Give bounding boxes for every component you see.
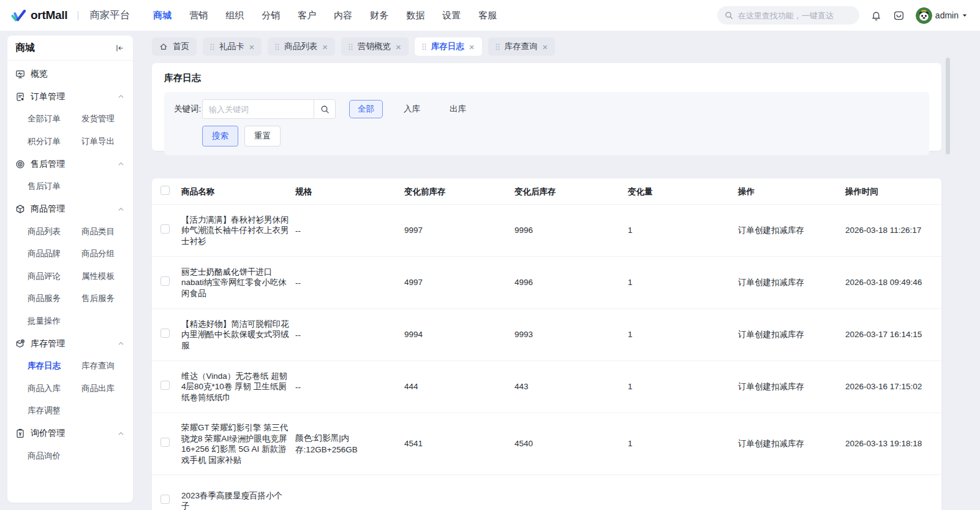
sidebar-subitem[interactable]: 属性模板 [81,265,133,288]
tab-close-icon[interactable]: × [322,42,328,51]
sidebar-subitem[interactable]: 商品服务 [28,287,81,310]
keyword-input[interactable] [202,99,314,119]
global-search[interactable] [717,6,859,25]
sidebar-subitem[interactable]: 商品出库 [81,378,133,400]
drag-handle-icon[interactable] [496,44,500,50]
sidebar-subitem[interactable]: 售后服务 [81,287,133,310]
logo[interactable]: ortMall | 商家平台 [11,9,130,22]
sidebar-subitem[interactable]: 发货管理 [81,108,133,131]
topnav-item[interactable]: 数据 [406,10,424,21]
row-checkbox[interactable] [160,224,170,234]
table-header-row: 商品名称规格变化前库存变化后库存变化量操作操作时间 [152,180,941,204]
topnav-item[interactable]: 财务 [370,10,388,21]
row-checkbox[interactable] [160,495,170,504]
sidebar-group-header[interactable]: 订单管理 [7,85,133,108]
tab-close-icon[interactable]: × [469,42,475,51]
cell-change-amount: 1 [628,277,738,288]
cell-operation-time: 2026-03-13 19:18:18 [845,438,941,449]
filter-type-option[interactable]: 入库 [395,100,429,118]
drag-handle-icon[interactable] [349,44,353,50]
row-checkbox[interactable] [160,438,170,447]
tab-close-icon[interactable]: × [396,42,401,51]
checkbox-cell [160,438,181,450]
filter-type-option-active[interactable]: 全部 [349,100,383,118]
tab[interactable]: 商品列表 × [268,37,335,56]
cell-stock-before: 4541 [404,438,514,449]
tab-active[interactable]: 库存日志 × [415,37,482,56]
sidebar-subitem[interactable]: 商品入库 [28,378,81,400]
row-checkbox[interactable] [160,381,170,390]
topnav-item-label: 商城 [153,10,172,20]
topnav-item[interactable]: 营销 [189,10,208,21]
sidebar-collapse-icon[interactable] [115,44,124,53]
cell-stock-before: 4997 [404,277,514,288]
topnav-item[interactable]: 客服 [478,10,497,21]
checkbox-cell [160,381,181,393]
drag-handle-icon[interactable] [210,44,214,50]
sidebar-subitem[interactable]: 商品列表 [28,221,81,243]
tab[interactable]: 礼品卡 × [203,37,262,56]
sidebar-subitem[interactable]: 商品类目 [81,221,133,243]
sidebar-subitem[interactable]: 全部订单 [28,108,81,131]
tab-close-icon[interactable]: × [543,42,548,51]
sidebar-group: 商品管理 商品列表商品类目商品品牌商品分组商品评论属性模板商品服务售后服务批量操… [7,198,133,333]
search-button[interactable]: 搜索 [202,126,238,147]
drag-handle-icon[interactable] [275,44,279,50]
chevron-up-icon[interactable] [118,206,124,213]
topnav-item[interactable]: 组织 [225,10,244,21]
sidebar-subitem[interactable]: 商品分组 [81,243,133,265]
operation-text: 订单创建扣减库存 [738,439,804,448]
scrollbar-thumb[interactable] [946,58,950,154]
tab-close-icon[interactable]: × [249,42,255,51]
sidebar-subitem[interactable]: 商品评论 [28,265,81,288]
sidebar-subitem[interactable]: 订单导出 [81,131,133,153]
topnav-item[interactable]: 客户 [298,10,316,21]
user-menu[interactable]: admin [916,7,968,24]
tab[interactable]: 营销概览 × [341,37,409,56]
sidebar-subitem-active[interactable]: 库存日志 [28,355,81,378]
column-header: 变化后库存 [514,186,628,197]
content-area: 首页 礼品卡 × 商品列表 × 营销概览 × 库存日志 × 库存查询 [152,36,941,510]
chevron-up-icon[interactable] [118,340,124,347]
workbench-icon[interactable] [893,10,905,21]
chevron-up-icon[interactable] [118,161,124,167]
filter-type-option[interactable]: 出库 [441,100,475,118]
stock-before-text: 4997 [404,278,423,287]
topnav-item[interactable]: 设置 [442,10,461,21]
global-search-input[interactable] [738,11,852,20]
sidebar-group-label: 概览 [31,69,48,80]
sidebar-group-header[interactable]: 商品管理 [7,198,133,221]
sidebar-subitem[interactable]: 商品品牌 [28,243,81,265]
row-checkbox[interactable] [160,329,170,338]
keyword-search-button[interactable] [314,99,336,119]
sidebar-group-header[interactable]: 概览 [7,63,133,85]
sidebar-subitem[interactable]: 积分订单 [28,131,81,153]
tab-home[interactable]: 首页 [152,37,197,56]
sidebar-subitem[interactable]: 售后订单 [28,175,81,198]
tab[interactable]: 库存查询 × [488,37,556,56]
cell-product-name: 丽芝士奶酪威化饼干进口nabati纳宝帝网红零食小吃休闲食品 [181,267,295,299]
topnav-item[interactable]: 分销 [262,10,280,21]
bell-icon[interactable] [870,10,882,21]
sidebar-subitem[interactable]: 库存调整 [28,400,81,422]
drag-handle-icon[interactable] [422,44,426,50]
sidebar-subitem[interactable]: 批量操作 [28,310,81,333]
reset-button[interactable]: 重置 [244,126,281,147]
chevron-up-icon[interactable] [118,93,124,100]
sidebar-group-header[interactable]: 库存管理 [7,332,133,355]
table-row: 【活力满满】春秋衬衫男休闲帅气潮流长袖牛仔衬衣上衣男士衬衫 -- 9997 99… [152,204,941,256]
sidebar-subitem[interactable]: 商品询价 [28,445,81,468]
sidebar-title: 商城 [15,42,35,55]
select-all-checkbox[interactable] [160,186,170,195]
row-checkbox[interactable] [160,276,170,286]
sidebar-subitem[interactable]: 库存查询 [81,355,133,378]
avatar[interactable] [916,7,932,24]
sidebar-group-header[interactable]: 询价管理 [7,422,133,445]
sidebar-group-header[interactable]: 售后管理 [7,153,133,175]
topbar: ortMall | 商家平台 商城 营销 组织 分销 客户 内容 财务 数据 设… [0,0,980,31]
topnav-item-active[interactable]: 商城 [153,10,172,21]
cell-stock-before: 9994 [404,329,514,340]
type-filter-group: 全部 入库 出库 [349,100,475,118]
topnav-item[interactable]: 内容 [334,10,352,21]
chevron-up-icon[interactable] [118,430,124,437]
